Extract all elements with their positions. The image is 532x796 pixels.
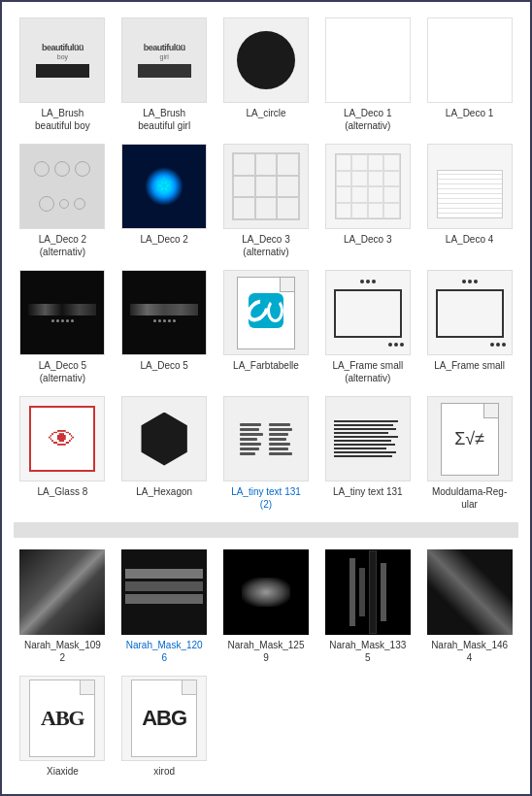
list-item[interactable]: Narah_Mask_1259 [217, 546, 316, 668]
item-label: LA_Brushbeautiful girl [138, 107, 190, 132]
list-item[interactable]: Narah_Mask_1335 [318, 546, 416, 668]
list-item[interactable]: LA_Hexagon [116, 392, 214, 514]
item-label: LA_Deco 5(alternativ) [39, 359, 86, 384]
item-label: LA_circle [246, 107, 285, 119]
item-label: Moduldama-Reg-ular [432, 485, 507, 511]
list-item[interactable]: ABG xirod [116, 672, 214, 781]
item-label: Xiaxide [47, 765, 79, 778]
list-item[interactable]: ABG Xiaxide [14, 672, 112, 781]
file-grid: beautifulüü boy LA_Brushbeautiful boy be… [10, 10, 522, 785]
list-item[interactable]: ❄ LA_Deco 2 [116, 140, 214, 262]
list-item[interactable]: 👁 LA_Glass 8 [14, 392, 112, 514]
list-item[interactable]: LA_Deco 3(alternativ) [217, 140, 316, 262]
file-browser-window: beautifulüü boy LA_Brushbeautiful boy be… [0, 0, 532, 796]
item-label: xirod [153, 765, 175, 778]
item-label: LA_Farbtabelle [233, 359, 299, 372]
list-item[interactable]: Narah_Mask_1206 [116, 546, 214, 668]
list-item[interactable]: LA_Deco 1(alternativ) [318, 14, 416, 136]
list-item[interactable]: LA_tiny text 131(2) [217, 392, 316, 514]
item-label: Narah_Mask_1259 [228, 639, 305, 664]
list-item[interactable]: LA_tiny text 131 [318, 392, 416, 514]
item-label: Narah_Mask_1335 [329, 639, 406, 664]
list-item[interactable]: LA_circle [217, 14, 316, 136]
list-item[interactable]: beautifulüü girl LA_Brushbeautiful girl [116, 14, 214, 136]
list-item[interactable]: LA_Deco 1 [420, 14, 518, 136]
item-label: Narah_Mask_1092 [24, 639, 101, 664]
list-item[interactable]: LA_Deco 2(alternativ) [14, 140, 112, 262]
list-item[interactable]: Σ√≠ Moduldama-Reg-ular [420, 392, 518, 514]
item-label: LA_Deco 3 [344, 233, 391, 246]
item-label: LA_Hexagon [136, 485, 192, 498]
item-label: LA_Frame small(alternativ) [332, 359, 403, 384]
item-label: LA_Deco 3(alternativ) [242, 233, 289, 258]
item-label: LA_Frame small [434, 359, 505, 372]
item-label: LA_Deco 2 [140, 233, 187, 246]
item-label: LA_tiny text 131 [333, 485, 403, 498]
list-item[interactable]: beautifulüü boy LA_Brushbeautiful boy [14, 14, 112, 136]
list-item[interactable]: LA_Deco 4 [420, 140, 518, 262]
item-label: LA_Deco 2(alternativ) [39, 233, 86, 258]
section-divider [14, 522, 518, 538]
list-item[interactable]: LA_Deco 5 [116, 266, 214, 388]
list-item[interactable]: LA_Frame small(alternativ) [318, 266, 416, 388]
list-item[interactable]: LA_Deco 3 [318, 140, 416, 262]
item-label: LA_Deco 1 [446, 107, 493, 119]
item-label: Narah_Mask_1206 [126, 639, 203, 664]
item-label: LA_tiny text 131(2) [231, 485, 301, 511]
item-label: LA_Deco 1(alternativ) [344, 107, 391, 132]
item-label: LA_Deco 5 [140, 359, 187, 372]
list-item[interactable]: Narah_Mask_1464 [420, 546, 518, 668]
list-item[interactable]: LA_Deco 5(alternativ) [14, 266, 112, 388]
item-label: LA_Deco 4 [446, 233, 493, 246]
list-item[interactable]: Narah_Mask_1092 [14, 546, 112, 668]
list-item[interactable]: LA_Frame small [420, 266, 518, 388]
item-label: Narah_Mask_1464 [431, 639, 508, 664]
item-label: LA_Brushbeautiful boy [35, 107, 90, 132]
list-item[interactable]: LA_Farbtabelle [217, 266, 316, 388]
item-label: LA_Glass 8 [38, 485, 88, 498]
